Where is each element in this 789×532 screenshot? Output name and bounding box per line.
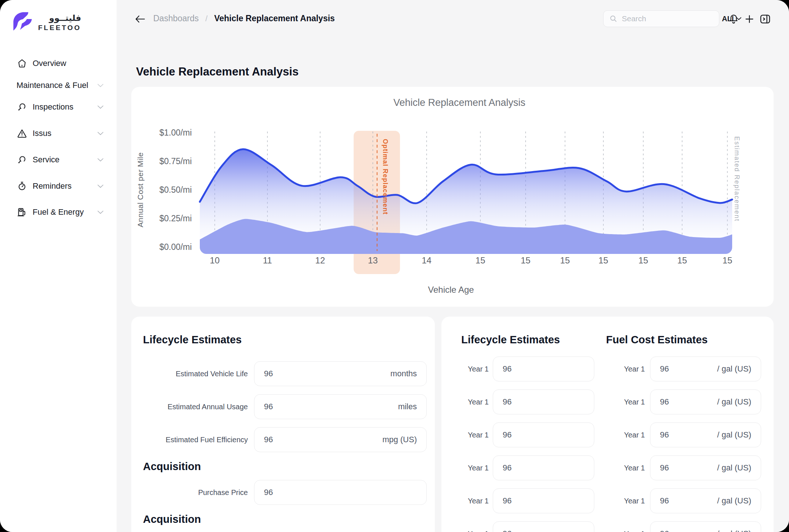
- chevron-down-icon: [98, 209, 103, 215]
- field-input[interactable]: 96 / gal (US): [650, 455, 761, 480]
- field-suffix: months: [390, 369, 417, 378]
- sidebar-item-service[interactable]: Service: [16, 152, 103, 167]
- field-value: 96: [503, 430, 511, 440]
- field-suffix: mpg (US): [382, 435, 417, 444]
- fuel-year-rows: Year 1 96 / gal (US) Year 1 96 / gal (US…: [601, 356, 761, 532]
- field-input[interactable]: 96 / gal (US): [650, 389, 761, 414]
- svg-text:$0.75/mi: $0.75/mi: [159, 156, 192, 166]
- sidebar-item-inspections[interactable]: Inspections: [16, 100, 103, 114]
- card-title: Lifecycle Estimates: [143, 333, 435, 346]
- field-label: Year 1: [455, 497, 489, 505]
- field-label: Estimated Vehicle Life: [131, 370, 248, 378]
- main-content: Vehicle Replacement Analysis Vehicle Rep…: [117, 37, 789, 532]
- svg-text:Annual Cost per Mile: Annual Cost per Mile: [136, 152, 144, 228]
- warning-triangle-icon: [16, 128, 27, 139]
- svg-text:15: 15: [598, 255, 608, 265]
- form-row: Year 1 96: [455, 422, 594, 447]
- breadcrumb-dashboards[interactable]: Dashboards: [153, 14, 199, 23]
- lifecycle-estimates-column: Lifecycle Estimates Year 1 96 Year 1: [455, 333, 594, 532]
- field-input[interactable]: 96: [493, 422, 594, 447]
- home-icon: [16, 58, 27, 69]
- sidebar-item-reminders[interactable]: Reminders: [16, 179, 103, 193]
- svg-text:Vehicle Age: Vehicle Age: [428, 285, 474, 295]
- form-row: Year 1 96 / gal (US): [601, 389, 761, 414]
- breadcrumb-current: Vehicle Replacement Analysis: [214, 14, 335, 23]
- field-input[interactable]: 96: [493, 455, 594, 480]
- field-input[interactable]: 96 miles: [254, 394, 427, 419]
- form-row: Year 1 96: [455, 521, 594, 532]
- field-input[interactable]: 96: [254, 480, 427, 505]
- svg-text:15: 15: [677, 255, 687, 265]
- form-row: Year 1 96: [455, 488, 594, 513]
- field-input[interactable]: 96: [493, 356, 594, 381]
- field-value: 96: [503, 496, 511, 506]
- form-row: Year 1 96 / gal (US): [601, 455, 761, 480]
- app-window: فليتــوو FLEETOO Overview Maintenance & …: [0, 0, 789, 532]
- panel-toggle-button[interactable]: [759, 12, 772, 26]
- chevron-down-icon: [98, 130, 103, 137]
- cost-per-mile-chart: Vehicle Replacement Analysis$1.00/mi$0.7…: [131, 87, 774, 307]
- acquisition-title-2: Acquisition: [143, 513, 435, 525]
- sidebar-section-maintenance-fuel[interactable]: Maintenance & Fuel: [16, 78, 103, 93]
- fuel-cost-estimates-column: Fuel Cost Estimates Year 1 96 / gal (US)…: [601, 333, 761, 532]
- field-suffix: / gal (US): [717, 529, 751, 532]
- search-box[interactable]: ALI: [603, 10, 719, 27]
- sidebar-item-fuel-energy[interactable]: Fuel & Energy: [16, 205, 103, 219]
- form-row: Estimated Annual Usage 96 miles: [131, 394, 435, 419]
- field-input[interactable]: 96 / gal (US): [650, 488, 761, 513]
- chevron-down-icon: [98, 183, 103, 189]
- field-label: Year 1: [601, 530, 645, 532]
- field-label: Year 1: [601, 398, 645, 406]
- search-icon: [609, 15, 617, 23]
- field-input[interactable]: 96 mpg (US): [254, 427, 427, 452]
- field-label: Year 1: [601, 497, 645, 505]
- form-row: Purchase Price 96: [131, 480, 435, 505]
- field-input[interactable]: 96 / gal (US): [650, 521, 761, 532]
- add-button[interactable]: [743, 12, 756, 26]
- brand-logo[interactable]: فليتــوو FLEETOO: [11, 10, 81, 34]
- column-title: Fuel Cost Estimates: [606, 333, 761, 346]
- top-header: Dashboards / Vehicle Replacement Analysi…: [117, 0, 789, 37]
- notifications-button[interactable]: [727, 12, 740, 26]
- search-input[interactable]: [621, 14, 722, 23]
- svg-text:$0.25/mi: $0.25/mi: [159, 214, 192, 223]
- field-label: Year 1: [601, 431, 645, 439]
- field-input[interactable]: 96: [493, 488, 594, 513]
- field-input[interactable]: 96 months: [254, 361, 427, 386]
- svg-text:15: 15: [476, 255, 485, 265]
- svg-text:15: 15: [723, 255, 733, 265]
- field-value: 96: [503, 529, 511, 532]
- field-label: Year 1: [455, 398, 489, 406]
- vehicle-replacement-chart-card: Vehicle Replacement Analysis$1.00/mi$0.7…: [131, 87, 774, 307]
- chevron-down-icon: [98, 156, 103, 163]
- sidebar: فليتــوو FLEETOO Overview Maintenance & …: [0, 0, 117, 532]
- svg-text:15: 15: [638, 255, 648, 265]
- field-input[interactable]: 96: [493, 389, 594, 414]
- field-input[interactable]: 96 / gal (US): [650, 356, 761, 381]
- sidebar-item-label: Reminders: [33, 181, 71, 191]
- form-row: Year 1 96: [455, 389, 594, 414]
- field-suffix: / gal (US): [717, 397, 751, 407]
- svg-text:$0.00/mi: $0.00/mi: [159, 242, 192, 252]
- field-value: 96: [503, 463, 511, 473]
- svg-text:13: 13: [368, 255, 378, 265]
- acquisition-fields: Purchase Price 96: [131, 480, 435, 505]
- yearly-estimates-card: Lifecycle Estimates Year 1 96 Year 1: [441, 317, 774, 532]
- field-suffix: / gal (US): [717, 430, 751, 440]
- field-label: Year 1: [455, 464, 489, 472]
- field-label: Year 1: [455, 365, 489, 373]
- breadcrumb-separator: /: [205, 14, 208, 23]
- chevron-down-icon: [98, 82, 103, 89]
- field-label: Year 1: [455, 530, 489, 532]
- wrench-icon: [16, 101, 27, 112]
- sidebar-item-overview[interactable]: Overview: [16, 56, 103, 71]
- field-input[interactable]: 96: [493, 521, 594, 532]
- sidebar-item-issus[interactable]: Issus: [16, 126, 103, 141]
- field-input[interactable]: 96 / gal (US): [650, 422, 761, 447]
- form-row: Year 1 96 / gal (US): [601, 488, 761, 513]
- field-label: Year 1: [455, 431, 489, 439]
- lifecycle-estimates-card: Lifecycle Estimates Estimated Vehicle Li…: [131, 317, 435, 532]
- form-row: Year 1 96 / gal (US): [601, 356, 761, 381]
- svg-text:14: 14: [422, 255, 432, 265]
- back-button[interactable]: [134, 14, 146, 24]
